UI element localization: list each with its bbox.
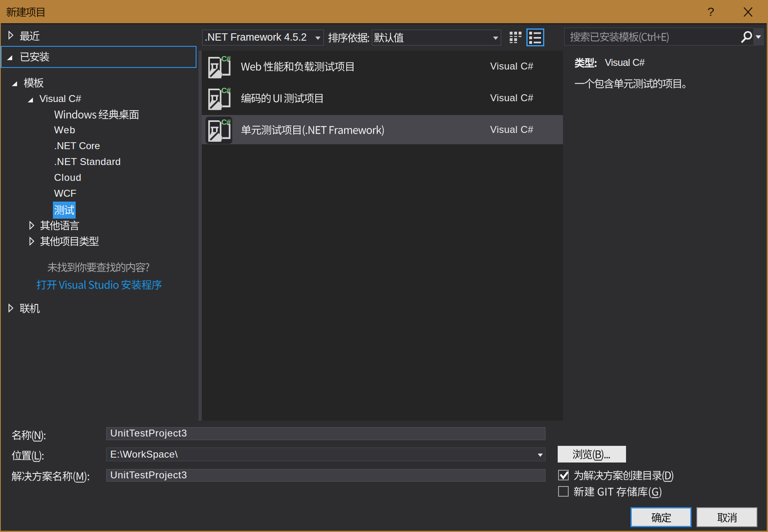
svg-text:C#: C# [221,118,231,126]
svg-text:C#: C# [221,86,231,95]
svg-text:C#: C# [221,54,231,63]
